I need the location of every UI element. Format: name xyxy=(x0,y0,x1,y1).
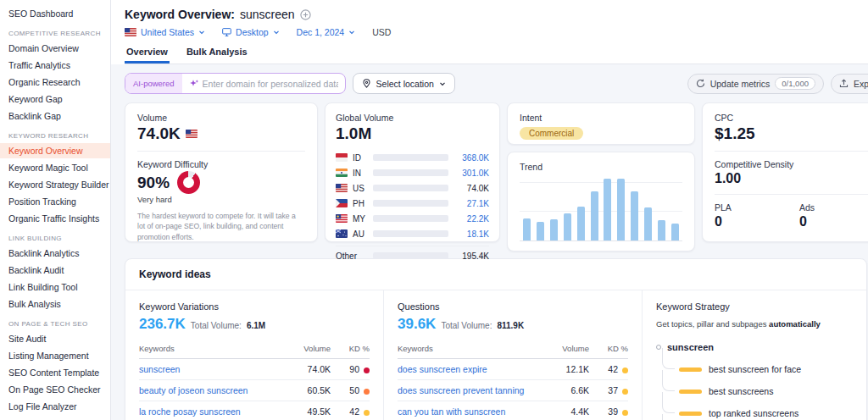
keyword-difficulty-value: 90% xyxy=(137,174,170,192)
topic-pill-icon xyxy=(679,368,702,372)
variations-table: Keywords Volume KD % sunscreen 74.0K 90 xyxy=(139,344,370,420)
sidebar-item-organic-traffic-insights[interactable]: Organic Traffic Insights xyxy=(0,211,110,226)
country-volume-list: ID 368.0K IN 301.0K US 74.0K xyxy=(336,150,489,261)
sidebar-item-position-tracking[interactable]: Position Tracking xyxy=(0,194,110,209)
root-bullet-icon xyxy=(656,345,661,350)
variations-label: Keyword Variations xyxy=(139,301,370,312)
keyword-strategy-column: Keyword Strategy Get topics, pillar and … xyxy=(643,290,866,420)
main-area: Keyword Overview: sunscreen United State… xyxy=(111,0,868,420)
export-button[interactable]: Export to xyxy=(831,74,868,94)
questions-table: Keywords Volume KD % does sunscreen expi… xyxy=(398,344,628,420)
sidebar-item-listing-management[interactable]: Listing Management xyxy=(0,348,110,363)
page-title-keyword: sunscreen xyxy=(240,8,295,21)
us-flag-icon xyxy=(186,130,198,138)
cpc-label: CPC xyxy=(715,113,868,123)
table-row: beauty of joseon sunscreen 60.5K 50 xyxy=(139,380,370,401)
intent-label: Intent xyxy=(520,113,682,123)
trend-bar xyxy=(604,179,611,240)
strategy-root[interactable]: sunscreen xyxy=(656,342,853,352)
strategy-topic[interactable]: top ranked sunscreens xyxy=(662,408,853,418)
currency-label: USD xyxy=(372,27,391,37)
update-metrics-button[interactable]: Update metrics 0/1,000 xyxy=(687,74,824,94)
country-row: AU 18.1K xyxy=(336,226,489,241)
keyword-link[interactable]: does sunscreen prevent tanning xyxy=(398,380,545,401)
keyword-link[interactable]: does sunscreen expire xyxy=(398,359,545,380)
sidebar-item-keyword-overview[interactable]: Keyword Overview xyxy=(0,143,110,158)
chevron-down-icon xyxy=(348,29,355,36)
sidebar-item-keyword-strategy-builder[interactable]: Keyword Strategy Builder xyxy=(0,177,110,192)
sidebar-item-seo-dashboard[interactable]: SEO Dashboard xyxy=(0,6,110,21)
sidebar-item-bulk-analysis[interactable]: Bulk Analysis xyxy=(0,296,110,312)
sidebar-item-traffic-analytics[interactable]: Traffic Analytics xyxy=(0,58,110,73)
trend-bar xyxy=(591,191,598,240)
trend-bar xyxy=(550,219,558,240)
sidebar-item-seo-content-template[interactable]: SEO Content Template xyxy=(0,365,110,380)
trend-bar xyxy=(617,179,625,240)
toolbar: AI-powered Select location Update metric… xyxy=(125,73,868,94)
trend-bar xyxy=(644,207,652,240)
competitive-density-value: 1.00 xyxy=(715,171,868,186)
cpc-value: $1.25 xyxy=(715,124,868,143)
volume-card: Volume 74.0K Keyword Difficulty 90% Very… xyxy=(125,102,318,242)
sidebar-item-site-audit[interactable]: Site Audit xyxy=(0,331,110,346)
cpc-card: CPC $1.25 Competitive Density 1.00 PLA 0… xyxy=(702,102,868,242)
country-selector[interactable]: United States xyxy=(125,27,205,37)
strategy-topic[interactable]: best sunscreen for face xyxy=(662,364,853,374)
keyword-ideas-title: Keyword ideas xyxy=(125,259,866,290)
table-row: la roche posay sunscreen 49.5K 42 xyxy=(139,401,370,420)
chevron-down-icon xyxy=(273,29,280,36)
trend-bar xyxy=(631,191,638,240)
kd-dot xyxy=(622,368,628,373)
questions-count: 39.6K xyxy=(398,316,436,333)
sidebar-item-on-page-seo-checker[interactable]: On Page SEO Checker xyxy=(0,382,110,397)
sidebar-item-backlink-gap[interactable]: Backlink Gap xyxy=(0,108,110,124)
country-row: IN 301.0K xyxy=(336,165,489,180)
my-flag-icon xyxy=(336,214,348,223)
chevron-down-icon xyxy=(198,29,205,36)
keyword-link[interactable]: sunscreen xyxy=(139,359,287,380)
country-row: MY 22.2K xyxy=(336,211,489,226)
questions-total-label: Total Volume: xyxy=(441,321,492,330)
select-location-button[interactable]: Select location xyxy=(353,73,455,94)
table-row: sunscreen 74.0K 90 xyxy=(139,359,370,380)
location-pin-icon xyxy=(362,79,371,88)
kd-dot xyxy=(364,368,370,373)
sidebar-heading-competitive-research: COMPETITIVE RESEARCH xyxy=(0,22,110,40)
intent-card: Intent Commercial xyxy=(507,102,695,145)
country-row: ID 368.0K xyxy=(336,150,489,165)
sidebar-item-backlink-audit[interactable]: Backlink Audit xyxy=(0,262,110,278)
trend-bar xyxy=(671,224,679,240)
tab-overview[interactable]: Overview xyxy=(125,47,170,64)
circle-plus-icon[interactable] xyxy=(300,9,311,20)
filter-bar: United States Desktop Dec 1, 2024 USD xyxy=(125,27,868,37)
trend-card: Trend xyxy=(507,152,695,251)
domain-input[interactable] xyxy=(199,79,345,89)
sidebar-item-backlink-analytics[interactable]: Backlink Analytics xyxy=(0,246,110,261)
page-header: Keyword Overview: sunscreen United State… xyxy=(111,0,868,64)
content-area: AI-powered Select location Update metric… xyxy=(111,64,868,420)
sidebar-item-domain-overview[interactable]: Domain Overview xyxy=(0,41,110,56)
strategy-tree: sunscreen best sunscreen for face best s… xyxy=(656,342,853,420)
keyword-link[interactable]: la roche posay sunscreen xyxy=(139,401,287,420)
device-selector[interactable]: Desktop xyxy=(222,27,280,37)
variations-total-value: 6.1M xyxy=(247,321,265,330)
sidebar-item-keyword-gap[interactable]: Keyword Gap xyxy=(0,91,110,107)
competitive-density-label: Competitive Density xyxy=(715,159,868,169)
sidebar-heading-keyword-research: KEYWORD RESEARCH xyxy=(0,124,110,142)
keyword-difficulty-label: Keyword Difficulty xyxy=(137,159,305,169)
topic-pill-icon xyxy=(679,390,702,394)
sidebar-item-keyword-magic-tool[interactable]: Keyword Magic Tool xyxy=(0,160,110,175)
tab-bulk-analysis[interactable]: Bulk Analysis xyxy=(185,47,249,64)
trend-bar xyxy=(537,222,544,240)
strategy-topic[interactable]: best sunscreens xyxy=(662,386,853,396)
sidebar-item-organic-research[interactable]: Organic Research xyxy=(0,75,110,90)
sidebar-item-link-building-tool[interactable]: Link Building Tool xyxy=(0,279,110,295)
difficulty-level: Very hard xyxy=(137,195,305,204)
keyword-link[interactable]: beauty of joseon sunscreen xyxy=(139,380,287,401)
variations-count: 236.7K xyxy=(139,316,186,333)
sidebar-item-log-file-analyzer[interactable]: Log File Analyzer xyxy=(0,399,110,414)
trend-bar xyxy=(523,218,531,240)
ads-value: 0 xyxy=(799,214,868,229)
date-selector[interactable]: Dec 1, 2024 xyxy=(297,27,356,37)
keyword-link[interactable]: can you tan with sunscreen xyxy=(398,401,545,420)
